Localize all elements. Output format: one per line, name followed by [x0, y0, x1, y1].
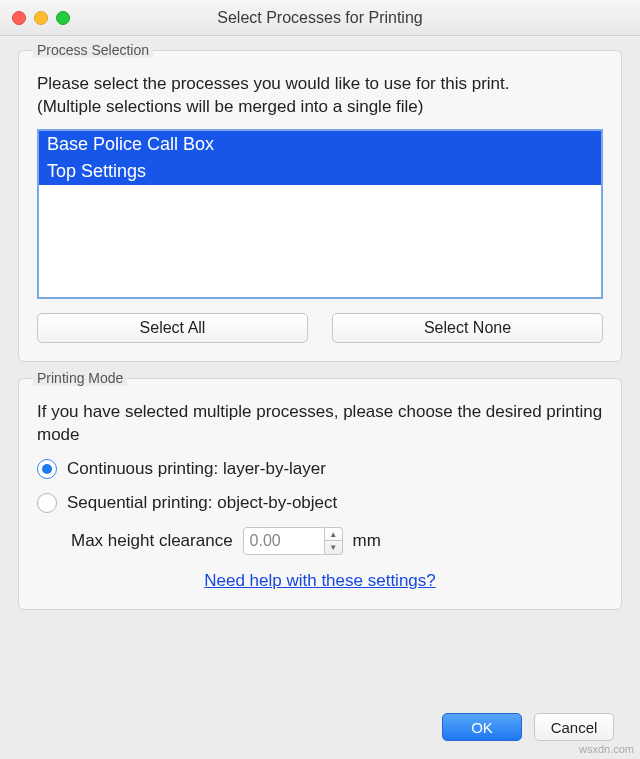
instruction-line1: Please select the processes you would li…	[37, 74, 509, 93]
select-all-button[interactable]: Select All	[37, 313, 308, 343]
instruction-line2: (Multiple selections will be merged into…	[37, 97, 423, 116]
process-selection-label: Process Selection	[33, 42, 153, 58]
stepper-up-icon[interactable]: ▲	[325, 528, 342, 542]
continuous-row[interactable]: Continuous printing: layer-by-layer	[37, 459, 603, 479]
printing-mode-instruction: If you have selected multiple processes,…	[37, 401, 603, 447]
continuous-label: Continuous printing: layer-by-layer	[67, 459, 326, 479]
process-selection-instruction: Please select the processes you would li…	[37, 73, 603, 119]
stepper-down-icon[interactable]: ▼	[325, 541, 342, 554]
clearance-unit: mm	[353, 531, 381, 551]
ok-button[interactable]: OK	[442, 713, 522, 741]
cancel-button[interactable]: Cancel	[534, 713, 614, 741]
clearance-row: Max height clearance ▲ ▼ mm	[71, 527, 603, 555]
printing-mode-label: Printing Mode	[33, 370, 127, 386]
list-item[interactable]: Base Police Call Box	[39, 131, 601, 158]
process-selection-group: Process Selection Please select the proc…	[18, 50, 622, 362]
titlebar: Select Processes for Printing	[0, 0, 640, 36]
traffic-lights	[0, 11, 70, 25]
sequential-label: Sequential printing: object-by-object	[67, 493, 337, 513]
window-title: Select Processes for Printing	[0, 9, 640, 27]
process-list[interactable]: Base Police Call Box Top Settings	[37, 129, 603, 299]
close-icon[interactable]	[12, 11, 26, 25]
radio-sequential[interactable]	[37, 493, 57, 513]
list-item[interactable]: Top Settings	[39, 158, 601, 185]
clearance-label: Max height clearance	[71, 531, 233, 551]
zoom-icon[interactable]	[56, 11, 70, 25]
clearance-stepper[interactable]: ▲ ▼	[325, 527, 343, 555]
select-none-button[interactable]: Select None	[332, 313, 603, 343]
clearance-input[interactable]	[243, 527, 325, 555]
minimize-icon[interactable]	[34, 11, 48, 25]
watermark: wsxdn.com	[579, 743, 634, 755]
help-link[interactable]: Need help with these settings?	[204, 571, 436, 590]
dialog-footer: OK Cancel	[442, 713, 614, 741]
printing-mode-group: Printing Mode If you have selected multi…	[18, 378, 622, 610]
radio-continuous[interactable]	[37, 459, 57, 479]
sequential-row[interactable]: Sequential printing: object-by-object	[37, 493, 603, 513]
